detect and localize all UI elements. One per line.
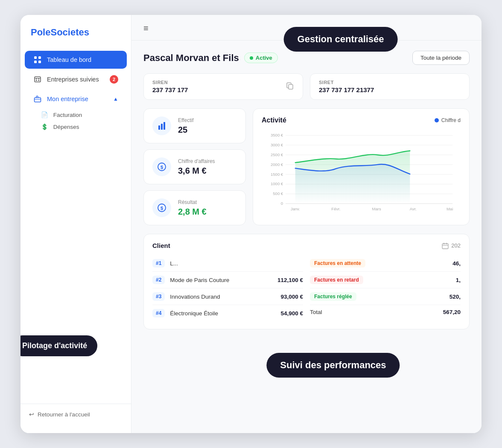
client-name: L... xyxy=(170,260,298,267)
back-to-home-link[interactable]: ↩ Retourner à l'accueil xyxy=(29,411,123,418)
svg-text:2000 €: 2000 € xyxy=(271,162,283,167)
invoice-label-total: Total xyxy=(310,309,322,315)
legend-blue-dot xyxy=(435,118,439,122)
client-item: #1 L... xyxy=(152,255,303,272)
back-icon: ↩ xyxy=(29,411,34,418)
svg-text:Janv.: Janv. xyxy=(291,207,300,211)
chart-header: Activité Chiffre d xyxy=(262,116,461,124)
company-name: Pascal Morvan et Fils xyxy=(143,52,239,64)
stat-value: 2,8 M € xyxy=(178,207,207,217)
sidebar-item-mon-entreprise[interactable]: Mon entreprise ▲ xyxy=(25,90,127,108)
siret-value: 237 737 177 21377 xyxy=(319,86,374,93)
hamburger-icon[interactable]: ≡ xyxy=(143,23,149,33)
grid-icon xyxy=(33,55,42,64)
briefcase-icon xyxy=(33,95,42,103)
chart-card: Activité Chiffre d 3500 € 3000 € 2500 € … xyxy=(253,108,470,225)
svg-rect-15 xyxy=(163,122,165,130)
suivi-tooltip: Suivi des performances xyxy=(266,353,400,378)
copy-icon[interactable] xyxy=(286,81,294,92)
client-item: #4 Électronique Étoile 54,900 € xyxy=(152,305,303,321)
invoice-item: Factures en attente 46, xyxy=(310,255,461,272)
siren-label: SIREN xyxy=(152,80,188,85)
client-item: #3 Innovations Durand 93,000 € xyxy=(152,288,303,305)
clients-header: Client 202 xyxy=(152,242,461,249)
stat-value: 3,6 M € xyxy=(178,166,215,176)
invoice-badge-paid: Factures réglée xyxy=(310,292,356,301)
svg-rect-12 xyxy=(289,84,293,89)
svg-text:3500 €: 3500 € xyxy=(271,133,283,137)
dollar-circle-icon: 💲 xyxy=(41,124,48,130)
stat-label: Effectif xyxy=(178,117,193,123)
clients-title: Client xyxy=(152,242,170,249)
sidebar-item-tableau-de-bord[interactable]: Tableau de bord xyxy=(25,51,127,69)
svg-text:$: $ xyxy=(161,165,163,170)
svg-rect-8 xyxy=(38,80,40,81)
stat-label: Résultat xyxy=(178,199,207,205)
client-item: #2 Mode de Paris Couture 112,100 € xyxy=(152,272,303,288)
svg-text:1000 €: 1000 € xyxy=(271,181,283,186)
stat-label: Chiffre d'affaires xyxy=(178,158,215,164)
invoice-total: 46, xyxy=(452,260,461,267)
status-badge: Active xyxy=(244,52,278,63)
svg-rect-14 xyxy=(161,124,163,130)
info-row: SIREN 237 737 177 SIRET 237 737 177 2137… xyxy=(143,73,470,100)
invoice-grand-total: 567,20 xyxy=(443,309,461,315)
svg-rect-2 xyxy=(34,61,37,63)
svg-rect-7 xyxy=(36,80,37,81)
client-name: Innovations Durand xyxy=(170,294,275,300)
chart-title: Activité xyxy=(262,116,286,124)
svg-rect-1 xyxy=(38,56,41,59)
sidebar-item-label: Entreprises suivies xyxy=(47,76,99,83)
siret-card: SIRET 237 737 177 21377 xyxy=(310,73,470,100)
stat-effectif: Effectif 25 xyxy=(143,108,246,143)
company-header: Pascal Morvan et Fils Active Toute la pé… xyxy=(143,51,470,65)
stat-value: 25 xyxy=(178,125,193,135)
invoice-item: Factures réglée 520, xyxy=(310,288,461,305)
bar-chart-icon xyxy=(152,116,171,135)
period-button[interactable]: Toute la période xyxy=(412,51,470,65)
svg-text:500 €: 500 € xyxy=(273,191,283,196)
chart-legend: Chiffre d xyxy=(435,117,461,123)
stat-resultat: $ Résultat 2,8 M € xyxy=(143,190,246,225)
invoice-total: 1, xyxy=(456,277,461,283)
main-content: Gestion centralisée ≡ Pascal Morvan et F… xyxy=(131,15,482,433)
nav-badge: 2 xyxy=(110,75,118,84)
sidebar-subitem-facturation[interactable]: 📄 Facturation xyxy=(20,109,131,121)
dollar-green-icon: $ xyxy=(152,198,171,217)
logo: PoleSocietes xyxy=(20,27,131,50)
svg-rect-0 xyxy=(34,56,37,59)
invoice-badge-late: Factures en retard xyxy=(310,276,363,284)
svg-text:1500 €: 1500 € xyxy=(271,172,283,177)
status-dot xyxy=(250,56,253,60)
svg-text:$: $ xyxy=(161,206,163,211)
clients-row: #1 L... #2 Mode de Paris Couture 112,100… xyxy=(152,255,461,321)
client-name: Mode de Paris Couture xyxy=(170,277,272,283)
svg-text:Févr.: Févr. xyxy=(331,207,340,211)
sidebar-item-entreprises-suivies[interactable]: Entreprises suivies 2 xyxy=(25,70,127,88)
sidebar-item-label: Tableau de bord xyxy=(47,56,91,63)
gestion-tooltip: Gestion centralisée xyxy=(284,27,398,52)
invoice-total: 520, xyxy=(449,294,461,300)
svg-text:3000 €: 3000 € xyxy=(271,143,283,147)
client-name: Électronique Étoile xyxy=(170,310,275,317)
client-amount: 93,000 € xyxy=(280,294,303,300)
sidebar-subitem-depenses[interactable]: 💲 Dépenses xyxy=(20,121,131,133)
clients-section: Client 202 # xyxy=(143,234,470,329)
logo-suffix: Societes xyxy=(50,27,89,38)
sidebar: PoleSocietes Tableau de bord xyxy=(20,15,131,433)
invoice-badge-pending: Factures en attente xyxy=(310,259,365,268)
siret-label: SIRET xyxy=(319,80,374,85)
svg-text:Mars: Mars xyxy=(372,207,381,211)
siren-value: 237 737 177 xyxy=(152,86,188,93)
svg-rect-10 xyxy=(35,98,41,102)
company-title-group: Pascal Morvan et Fils Active xyxy=(143,52,278,64)
stats-column: Effectif 25 $ Chiffre d' xyxy=(143,108,246,225)
svg-rect-3 xyxy=(38,61,41,63)
sidebar-item-label: Mon entreprise xyxy=(47,96,88,102)
svg-rect-4 xyxy=(35,77,41,82)
clients-table: #1 L... #2 Mode de Paris Couture 112,100… xyxy=(152,255,303,321)
client-amount: 112,100 € xyxy=(277,277,303,283)
invoices-table: Factures en attente 46, Factures en reta… xyxy=(310,255,461,321)
calendar-icon xyxy=(442,242,449,249)
client-amount: 54,900 € xyxy=(280,310,303,317)
